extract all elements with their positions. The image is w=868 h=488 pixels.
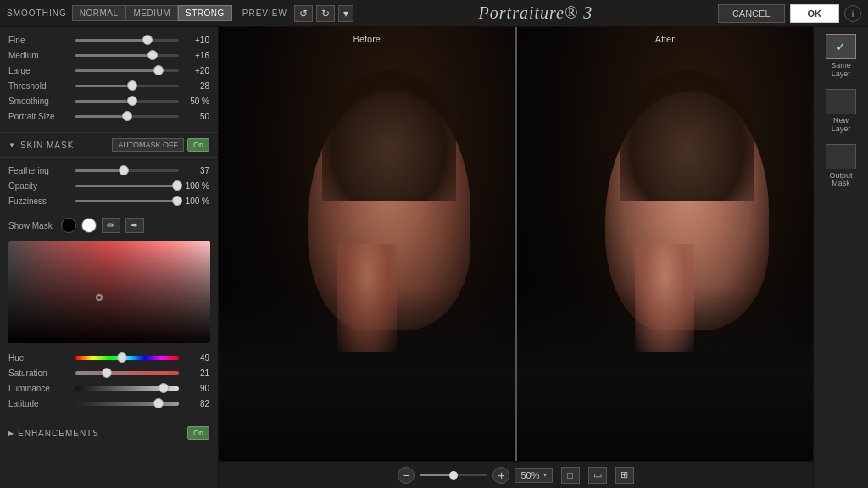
large-value: +20 <box>182 66 209 75</box>
feathering-slider-row: Feathering 37 <box>8 164 209 176</box>
same-layer-label: SameLayer <box>831 62 851 79</box>
saturation-label: Saturation <box>8 369 72 378</box>
skin-mask-on-toggle[interactable]: On <box>187 138 209 152</box>
preview-controls: ↺ ↻ ▾ <box>294 5 353 22</box>
enhancements-label: ENHANCEMENTS <box>18 429 187 438</box>
hue-slider-row: Hue 49 <box>8 352 209 363</box>
output-mask-button[interactable]: OutputMask <box>826 144 856 189</box>
show-mask-row: Show Mask ✏ ✒ <box>0 214 218 236</box>
view-single-button[interactable]: □ <box>561 467 580 484</box>
skin-mask-label: ▼ SKIN MASK <box>8 141 112 150</box>
fuzziness-slider-row: Fuzziness 100 % <box>8 195 209 207</box>
app-title: Portraiture® 3 <box>353 3 718 23</box>
enhancements-section[interactable]: ▶ ENHANCEMENTS On <box>0 419 218 446</box>
medium-label: Medium <box>8 51 72 60</box>
zoom-value: 50% <box>520 470 539 480</box>
zoom-dropdown-arrow[interactable]: ▾ <box>543 471 547 479</box>
view-dual-button[interactable]: ⊞ <box>615 467 634 484</box>
portrait-size-value: 50 <box>182 112 209 121</box>
new-layer-box <box>826 89 856 114</box>
after-panel: After <box>517 27 814 461</box>
output-mask-box <box>826 144 856 169</box>
cancel-button[interactable]: CANCEL <box>718 4 785 23</box>
medium-value: +16 <box>182 51 209 60</box>
latitude-slider-row: Latitude 82 <box>8 397 209 409</box>
opacity-value: 100 % <box>182 181 209 191</box>
enhancements-on-toggle[interactable]: On <box>187 426 209 440</box>
same-layer-box: ✓ <box>826 34 856 59</box>
strong-preset-button[interactable]: STRONG <box>178 5 232 21</box>
main-layout: Fine +10 Medium +16 <box>0 27 868 488</box>
saturation-slider-row: Saturation 21 <box>8 367 209 379</box>
new-layer-button[interactable]: NewLayer <box>826 89 856 134</box>
saturation-value: 21 <box>182 369 209 378</box>
color-gradient[interactable] <box>8 241 210 343</box>
threshold-slider-row: Threshold 28 <box>8 80 209 92</box>
normal-preset-button[interactable]: NORMAL <box>72 5 126 21</box>
top-bar: SMOOTHING NORMAL MEDIUM STRONG PREVIEW ↺… <box>0 0 868 27</box>
opacity-label: Opacity <box>8 181 72 191</box>
same-layer-button[interactable]: ✓ SameLayer <box>826 34 856 79</box>
ok-button[interactable]: OK <box>790 4 840 23</box>
threshold-value: 28 <box>182 81 209 91</box>
luminance-value: 90 <box>182 384 209 393</box>
medium-slider-row: Medium +16 <box>8 49 209 61</box>
zoom-value-box[interactable]: 50% ▾ <box>515 468 552 483</box>
preview-dropdown-button[interactable]: ▾ <box>338 5 353 22</box>
latitude-label: Latitude <box>8 399 72 408</box>
redo-button[interactable]: ↻ <box>316 5 335 22</box>
preview-label: PREVIEW <box>242 8 287 18</box>
fine-label: Fine <box>8 36 72 45</box>
skin-mask-sliders: Feathering 37 Opacity 1 <box>0 158 218 214</box>
large-slider-row: Large +20 <box>8 64 209 76</box>
color-picker-area[interactable] <box>8 241 209 343</box>
zoom-slider[interactable] <box>420 474 487 476</box>
fine-slider-row: Fine +10 <box>8 34 209 46</box>
luminance-label: Luminance <box>8 384 72 393</box>
white-swatch[interactable] <box>81 218 97 233</box>
left-panel: Fine +10 Medium +16 <box>0 27 219 488</box>
portrait-size-slider-row: Portrait Size 50 <box>8 110 209 122</box>
brush-tool-button[interactable]: ✏ <box>102 218 120 233</box>
large-label: Large <box>8 66 72 75</box>
undo-button[interactable]: ↺ <box>294 5 313 22</box>
fine-value: +10 <box>182 36 209 45</box>
portrait-size-label: Portrait Size <box>8 112 72 121</box>
before-panel: Before <box>219 27 515 461</box>
hue-label: Hue <box>8 353 72 363</box>
preview-area: Before After <box>219 27 813 461</box>
right-panel: ✓ SameLayer NewLayer OutputMask <box>813 27 868 488</box>
new-layer-label: NewLayer <box>832 117 851 134</box>
zoom-in-button[interactable]: + <box>492 467 509 484</box>
smoothing-section-label: SMOOTHING <box>7 8 67 18</box>
opacity-slider-row: Opacity 100 % <box>8 180 209 191</box>
info-button[interactable]: i <box>844 5 861 22</box>
automask-button[interactable]: AUTOMASK OFF <box>112 138 184 152</box>
smoothing-slider-row: Smoothing 50 % <box>8 95 209 107</box>
show-mask-label: Show Mask <box>8 221 53 230</box>
hue-value: 49 <box>182 353 209 363</box>
medium-preset-button[interactable]: MEDIUM <box>125 5 178 21</box>
fuzziness-label: Fuzziness <box>8 197 72 206</box>
feathering-label: Feathering <box>8 166 72 175</box>
feathering-value: 37 <box>182 166 209 175</box>
bottom-bar: − + 50% ▾ □ ▭ ⊞ <box>219 461 813 488</box>
latitude-value: 82 <box>182 399 209 408</box>
eyedropper-tool-button[interactable]: ✒ <box>125 218 144 233</box>
skin-mask-header: ▼ SKIN MASK AUTOMASK OFF On <box>0 133 218 158</box>
fuzziness-value: 100 % <box>182 197 209 206</box>
view-split-button[interactable]: ▭ <box>588 467 607 484</box>
same-layer-checkmark: ✓ <box>836 40 846 53</box>
black-swatch[interactable] <box>61 218 76 233</box>
center-preview: Before After <box>219 27 813 488</box>
smoothing-section: Fine +10 Medium +16 <box>0 27 218 133</box>
smoothing-label: Smoothing <box>8 97 72 106</box>
smoothing-value: 50 % <box>182 97 209 106</box>
output-mask-label: OutputMask <box>829 172 852 189</box>
threshold-label: Threshold <box>8 81 72 91</box>
zoom-out-button[interactable]: − <box>398 467 415 484</box>
luminance-slider-row: Luminance 90 <box>8 382 209 394</box>
hsl-section: Hue 49 Saturation 21 <box>0 348 218 419</box>
